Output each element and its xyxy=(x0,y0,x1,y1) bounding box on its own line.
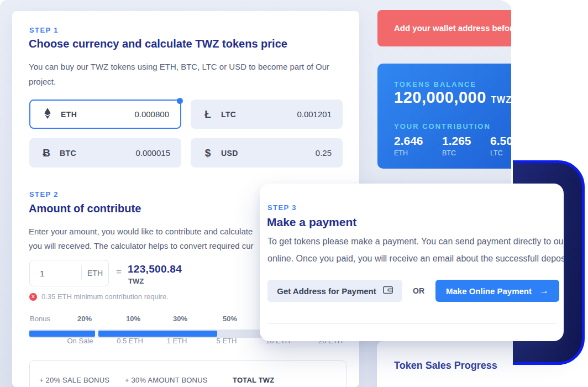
your-contribution-label: YOUR CONTRIBUTION xyxy=(394,122,491,130)
contribution-currency: BTC xyxy=(442,149,471,157)
step3-card: STEP 3 Make a payment To get tokens plea… xyxy=(260,184,564,341)
currency-rate: 0.000015 xyxy=(135,148,170,158)
step2-label: STEP 2 xyxy=(29,190,59,198)
page: STEP 1 Choose currency and calculate TWZ… xyxy=(0,0,588,387)
dollar-icon: $ xyxy=(202,148,214,158)
bonus-tier-percent: 20% xyxy=(77,315,92,323)
bonus-summary-box: + 20% SALE BONUS + 30% AMOUNT BONUS TOTA… xyxy=(29,360,347,387)
currency-symbol: ETH xyxy=(61,110,77,119)
currency-rate: 0.001201 xyxy=(297,109,332,119)
wallet-icon xyxy=(383,286,393,296)
bonus-progress-fill-segment xyxy=(98,331,217,337)
bonus-tick-label: On Sale xyxy=(67,337,93,345)
currency-rate: 0.000800 xyxy=(134,109,169,119)
tokens-balance-amount: 120,000,000 TWZ xyxy=(394,88,511,107)
amount-bonus-label: + 30% AMOUNT BONUS xyxy=(125,376,208,384)
converted-currency-label: TWZ xyxy=(128,277,144,285)
step1-description-line1: You can buy our TWZ tokens using ETH, BT… xyxy=(29,62,329,71)
currency-tile-usd[interactable]: $ USD 0.25 xyxy=(191,138,343,168)
currency-tile-btc[interactable]: Ƀ BTC 0.000015 xyxy=(29,138,181,168)
litecoin-icon: Ł xyxy=(202,109,214,119)
step3-title: Make a payment xyxy=(267,216,356,229)
converted-amount: 123,500.84 xyxy=(128,263,182,275)
step3-divider xyxy=(267,323,557,324)
contribution-value: 6.506 xyxy=(490,134,511,148)
currency-tile-eth[interactable]: ETH 0.000800 xyxy=(29,100,181,129)
tokens-balance-card: TOKENS BALANCE 120,000,000 TWZ YOUR CONT… xyxy=(377,64,511,169)
step1-title: Choose currency and calculate TWZ tokens… xyxy=(29,38,287,50)
currency-symbol: LTC xyxy=(221,110,236,119)
step3-description-line2: online. Once you paid, you will receive … xyxy=(267,254,564,264)
ethereum-icon xyxy=(41,107,54,121)
arrow-right-icon: → xyxy=(539,285,549,296)
bonus-tier-percent: 30% xyxy=(173,315,187,323)
token-sales-progress-title: Token Sales Progress xyxy=(394,360,497,372)
equals-sign: = xyxy=(116,266,122,278)
step2-description-line2: you will received. The calculator helps … xyxy=(29,241,254,250)
token-sales-progress-card: Token Sales Progress xyxy=(377,341,511,387)
total-twz-label: TOTAL TWZ xyxy=(233,376,274,384)
contribution-currency: ETH xyxy=(394,149,423,157)
currency-symbol: BTC xyxy=(60,149,76,158)
bonus-tick-label: 5 ETH xyxy=(217,337,237,345)
contribution-btc: 1.265 BTC xyxy=(442,134,471,157)
amount-input[interactable]: 1 ETH xyxy=(29,260,109,286)
error-icon: × xyxy=(29,293,37,301)
contribution-eth: 2.646 ETH xyxy=(394,134,423,157)
bonus-tick-label: 0.5 ETH xyxy=(117,337,143,345)
bonus-label: Bonus xyxy=(30,315,50,323)
wallet-address-alert[interactable]: Add your wallet address before buy xyxy=(377,10,511,46)
step2-title: Amount of contribute xyxy=(29,202,141,215)
currency-symbol: USD xyxy=(221,149,238,158)
balance-unit: TWZ xyxy=(491,95,511,104)
currency-rate: 0.25 xyxy=(316,148,332,158)
balance-number: 120,000,000 xyxy=(394,88,486,106)
get-address-button[interactable]: Get Address for Payment xyxy=(267,280,402,302)
bitcoin-icon: Ƀ xyxy=(40,148,53,158)
currency-tile-ltc[interactable]: Ł LTC 0.001201 xyxy=(191,100,343,129)
contribution-value: 1.265 xyxy=(442,134,471,148)
amount-currency-label: ETH xyxy=(82,269,108,278)
pay-button-label: Make Online Payment xyxy=(446,286,532,296)
contribution-ltc: 6.506 LTC xyxy=(490,134,511,157)
minimum-contribution-error: × 0.35 ETH minimum contribution require. xyxy=(29,292,169,301)
bonus-tick-label: 1 ETH xyxy=(167,337,187,345)
contribution-value: 2.646 xyxy=(394,134,423,148)
or-label: OR xyxy=(413,280,424,302)
bonus-tier-percent: 10% xyxy=(126,315,140,323)
get-address-button-label: Get Address for Payment xyxy=(277,286,376,296)
bonus-tier-percent: 50% xyxy=(223,315,237,323)
step3-label: STEP 3 xyxy=(267,203,297,212)
make-online-payment-button[interactable]: Make Online Payment → xyxy=(435,280,559,302)
step3-description-line1: To get tokens please make a payment. You… xyxy=(267,237,564,247)
sale-bonus-label: + 20% SALE BONUS xyxy=(39,376,109,384)
contribution-currency: LTC xyxy=(490,149,511,157)
error-message: 0.35 ETH minimum contribution require. xyxy=(41,292,169,301)
bonus-progress-fill-segment xyxy=(29,331,95,337)
amount-value[interactable]: 1 xyxy=(30,269,81,278)
step1-description-line2: project. xyxy=(29,77,56,86)
step2-description-line1: Enter your amount, you would like to con… xyxy=(29,227,253,236)
tokens-balance-label: TOKENS BALANCE xyxy=(394,80,476,88)
selected-indicator-dot xyxy=(177,98,183,104)
step1-label: STEP 1 xyxy=(29,26,59,34)
